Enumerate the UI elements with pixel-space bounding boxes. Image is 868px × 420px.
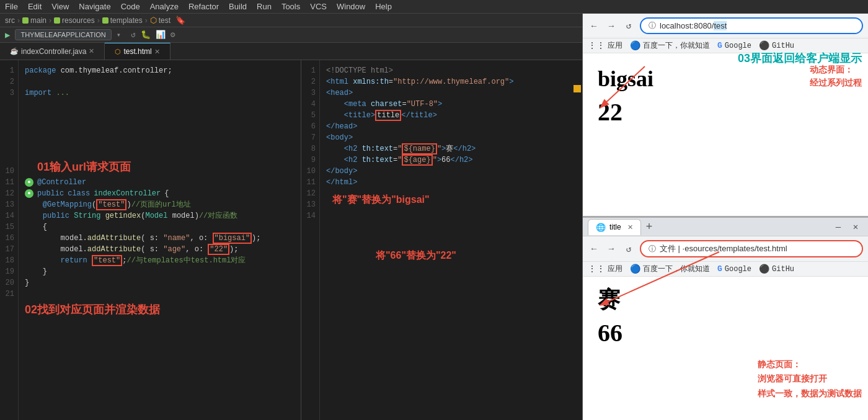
breadcrumb-main[interactable]: main [30,16,46,25]
java-line-2 [25,76,294,87]
dropdown-icon[interactable]: ▾ [117,30,121,40]
forward-btn-bottom[interactable]: → [605,243,618,255]
java-file-icon: ☕ [10,47,19,55]
tab-testhtml[interactable]: ⬡ test.html ✕ [105,43,170,60]
bookmark-apps-bottom[interactable]: ⋮⋮ 应用 [588,264,622,274]
html-line-9: <h2 th:text="${age}">66</h2> [326,154,576,166]
page-age-text: 22 [598,97,853,127]
baidu-icon-top: 🔵 [630,40,640,51]
java-line-blank4 [25,132,294,143]
menu-vcs[interactable]: VCS [310,2,327,11]
reload-icon[interactable]: ↺ [131,30,136,40]
java-line-14: public String getindex(Model model)//对应函… [25,210,294,221]
profile-icon[interactable]: 📊 [156,30,166,40]
back-btn-top[interactable]: ← [588,20,600,32]
browser-tab-title[interactable]: 🌐 title ✕ [588,219,641,235]
minimize-btn[interactable]: — [831,220,846,235]
apps-icon-bottom: ⋮⋮ [588,264,605,274]
back-btn-bottom[interactable]: ← [588,243,600,255]
java-line-21 [25,288,294,300]
url-highlight-test: test [714,21,727,30]
close-tab-btn[interactable]: ✕ [627,223,633,231]
bookmark-icon: 🔖 [175,16,185,25]
menu-navigate[interactable]: Navigate [79,2,110,11]
menu-analyze[interactable]: Analyze [150,2,179,11]
menu-build[interactable]: Build [229,2,247,11]
bookmark-github-top[interactable]: ⚫ GitHu [759,40,794,51]
java-code-content[interactable]: package com.thymeleaf.controller; import… [19,60,301,420]
html-line-12 [326,188,576,199]
close-java-tab[interactable]: ✕ [89,47,94,55]
java-line-16: model.addAttribute( s: "name", o: "bigsa… [25,233,294,244]
browser-tab-label: title [609,223,621,231]
menu-window[interactable]: Window [337,2,365,11]
close-btn-window[interactable]: ✕ [848,220,863,235]
page-name-text: bigsai [598,66,853,92]
html-line-14 [326,210,576,221]
browser-chrome-top: ← → ↺ ⓘ localhost:8080/test [583,14,868,38]
html-line-10: </body> [326,166,576,177]
java-line-15: { [25,221,294,233]
java-line-17: model.addAttribute( s: "age", o: "22"); [25,244,294,255]
bookmark-google-bottom[interactable]: G Google [717,264,751,274]
java-line-10 [25,166,294,177]
run-toolbar: ▶ THYMELEAFAPPLICATION ▾ ↺ 🐛 📊 ⚙ [0,27,582,43]
java-line-blank1 [25,99,294,110]
browser-tab-strip: 🌐 title ✕ + — ✕ [583,218,868,236]
menu-code[interactable]: Code [121,2,140,11]
menu-run[interactable]: Run [257,2,272,11]
bookmark-github-bottom[interactable]: ⚫ GitHu [759,264,794,274]
refresh-btn-top[interactable]: ↺ [622,20,635,32]
breadcrumb-src[interactable]: src [5,16,15,25]
browser-top: ← → ↺ ⓘ localhost:8080/test ⋮⋮ 应用 🔵 百度一下… [583,14,868,218]
menu-file[interactable]: File [5,2,18,11]
tab-indexcontroller[interactable]: ☕ indexController.java ✕ [0,43,105,60]
bug-icon[interactable]: 🐛 [141,30,151,40]
menu-view[interactable]: View [51,2,69,11]
breadcrumb-test[interactable]: test [159,16,170,25]
breadcrumb-templates[interactable]: templates [110,16,143,25]
html-line-2: <html xmlns:th="http://www.thymeleaf.org… [326,76,576,87]
bookmark-google-label-bottom: Google [725,265,751,274]
error-marker [574,85,581,92]
bookmark-apps-top[interactable]: ⋮⋮ 应用 [588,40,622,51]
bookmark-apps-label-top: 应用 [608,40,622,51]
sep3: › [97,16,100,25]
url-bar-top[interactable]: ⓘ localhost:8080/test [640,17,863,34]
gutter-circle-11: ● [25,178,33,187]
forward-btn-top[interactable]: → [605,20,618,32]
bookmark-baidu-label-top: 百度一下，你就知道 [643,40,710,51]
menu-edit[interactable]: Edit [28,2,42,11]
close-html-tab[interactable]: ✕ [154,48,160,56]
java-line-blank3 [25,121,294,132]
new-tab-button[interactable]: + [641,218,658,236]
menu-bar: File Edit View Navigate Code Analyze Ref… [0,0,868,14]
url-bar-bottom[interactable]: ⓘ 文件 | ·esources/templates/test.html [640,240,863,257]
browser-bottom: 🌐 title ✕ + — ✕ ← → ↺ ⓘ 文件 | ·esources/t… [583,218,868,420]
bookmarks-bottom: ⋮⋮ 应用 🔵 百度一下，你就知道 G Google ⚫ GitHu [583,262,868,277]
browser-panel: ← → ↺ ⓘ localhost:8080/test ⋮⋮ 应用 🔵 百度一下… [583,14,868,420]
html-line-1: <!DOCTYPE html> [326,65,576,76]
bc-templates: templates [102,16,143,25]
html-code-content[interactable]: <!DOCTYPE html> <html xmlns:th="http://w… [320,60,582,420]
bc-main: main [22,16,46,25]
baidu-icon-bottom: 🔵 [630,264,640,274]
run-app-button[interactable]: THYMELEAFAPPLICATION [15,29,111,40]
menu-refactor[interactable]: Refactor [188,2,219,11]
java-editor[interactable]: 1 2 3 10 11 12 13 14 15 16 1 [0,60,301,420]
bookmark-google-top[interactable]: G Google [717,41,751,50]
java-line-blank6 [25,154,294,166]
menu-help[interactable]: Help [375,2,392,11]
html-editor[interactable]: 12345 678910 11121314 <!DOCTYPE html> <h… [301,60,582,420]
bookmark-baidu-top[interactable]: 🔵 百度一下，你就知道 [630,40,710,51]
refresh-btn-bottom[interactable]: ↺ [622,243,635,255]
java-line-19: } [25,266,294,277]
settings-icon[interactable]: ⚙ [170,30,175,40]
html-line-6: </head> [326,121,576,132]
breadcrumb-resources[interactable]: resources [62,16,95,25]
run-icon: ▶ [5,30,10,40]
main-layout: src › main › resources › templates › ⬡ t… [0,14,868,420]
java-line-20: } [25,277,294,288]
bookmark-baidu-bottom[interactable]: 🔵 百度一下，你就知道 [630,264,710,274]
menu-tools[interactable]: Tools [281,2,300,11]
